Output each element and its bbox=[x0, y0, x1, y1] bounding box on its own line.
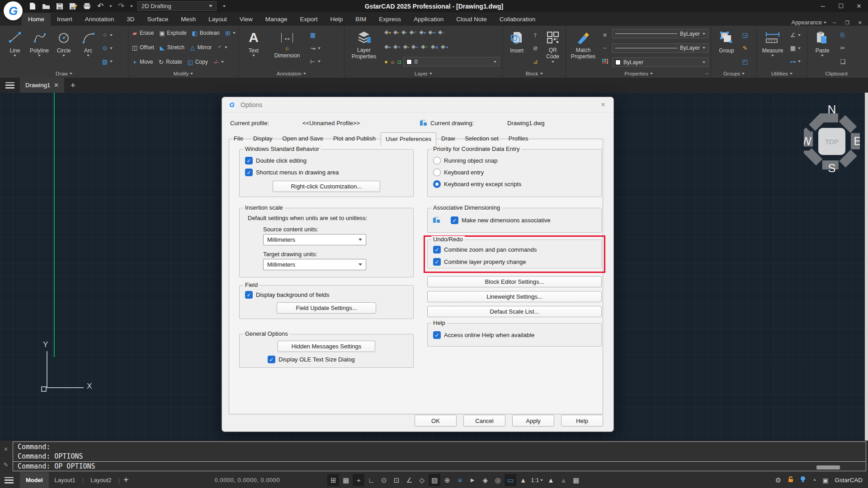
layer-lock-icon[interactable]: ◈▪ bbox=[403, 43, 409, 50]
layer-properties-tool[interactable]: Layer Properties bbox=[347, 28, 381, 69]
layers-state-icon[interactable]: ◈ bbox=[479, 474, 491, 486]
command-history[interactable]: Command: Command: OPTIONS Command: OP OP… bbox=[13, 441, 866, 471]
ribbon-tab-cloud-note[interactable]: Cloud Note bbox=[450, 13, 493, 26]
polyline-chevron-icon[interactable] bbox=[38, 55, 41, 56]
layout1-tab[interactable]: Layout1 bbox=[49, 472, 81, 488]
layer-freeze-icon[interactable]: ◈✳ bbox=[393, 43, 401, 50]
performance-icon[interactable]: ◔ bbox=[812, 476, 816, 484]
cell-table-icon[interactable]: ▦ bbox=[570, 474, 582, 486]
ribbon-tab-3d[interactable]: 3D bbox=[120, 13, 141, 26]
snap-tracking-icon[interactable]: ⊕ bbox=[441, 474, 453, 486]
line-chevron-icon[interactable] bbox=[14, 55, 16, 56]
leader-button[interactable]: ↝ bbox=[309, 44, 321, 53]
save-icon[interactable] bbox=[55, 2, 64, 10]
doc-restore-icon[interactable]: ❐ bbox=[843, 20, 852, 26]
panel-foot-utilities[interactable]: Utilities bbox=[757, 69, 807, 78]
close-button[interactable]: ✕ bbox=[850, 0, 868, 12]
annotation-auto-add-icon[interactable]: ▲ bbox=[557, 474, 569, 486]
ribbon-tab-home[interactable]: Home bbox=[22, 13, 51, 26]
layer-unlock-icon[interactable]: ◈▪ bbox=[401, 28, 407, 35]
ortho-icon[interactable]: ∟ bbox=[365, 474, 377, 486]
panel-foot-block[interactable]: Block bbox=[503, 69, 566, 78]
doc-minimize-icon[interactable]: ─ bbox=[830, 20, 839, 25]
maximize-button[interactable]: ☐ bbox=[832, 0, 850, 12]
circle-chevron-icon[interactable] bbox=[62, 55, 65, 56]
options-dialog-titlebar[interactable]: G Options × bbox=[222, 97, 613, 113]
table-button[interactable]: ▦ bbox=[309, 31, 321, 40]
doc-close-icon[interactable]: ✕ bbox=[855, 20, 864, 26]
print-icon[interactable] bbox=[82, 2, 91, 10]
text-chevron-icon[interactable] bbox=[252, 55, 255, 56]
options-tab-selection-set[interactable]: Selection set bbox=[460, 132, 503, 145]
layout2-tab[interactable]: Layout2 bbox=[85, 472, 117, 488]
move-tool[interactable]: +Move bbox=[131, 57, 153, 66]
annotation-scale-icon[interactable]: ▲ bbox=[517, 474, 529, 486]
linetype-list-icon[interactable]: ┄ bbox=[601, 44, 609, 53]
angle-measure-icon[interactable]: ∠ bbox=[789, 31, 801, 40]
point-tools-button[interactable]: ⁘ bbox=[101, 31, 113, 40]
layer-off-icon[interactable]: ◈● bbox=[384, 28, 391, 35]
save-as-icon[interactable] bbox=[69, 2, 78, 10]
fullscreen-icon[interactable]: ▣ bbox=[822, 477, 828, 484]
color-list-icon[interactable] bbox=[601, 57, 609, 66]
ribbon-tab-surface[interactable]: Surface bbox=[141, 13, 175, 26]
ribbon-tab-application[interactable]: Application bbox=[407, 13, 450, 26]
panel-foot-annotation[interactable]: Annotation bbox=[239, 69, 344, 78]
stretch-tool[interactable]: ◣Stretch bbox=[159, 43, 184, 52]
command-scrollbar-thumb[interactable] bbox=[816, 465, 840, 469]
measure-tool[interactable]: Measure bbox=[760, 28, 786, 69]
ribbon-tab-bim[interactable]: BIM bbox=[349, 13, 373, 26]
dim-linear-button[interactable]: ⊢ bbox=[309, 57, 321, 66]
erase-tool[interactable]: ▰Erase bbox=[131, 28, 154, 38]
center-tools-button[interactable]: ⊙ bbox=[101, 44, 113, 53]
point-id-icon[interactable]: ⊶ bbox=[789, 57, 801, 66]
checkbox-display-background-of-fields[interactable]: ✓ Display background of fields bbox=[245, 291, 408, 299]
annotation-visibility-icon[interactable]: ▲ bbox=[545, 474, 557, 486]
hidden-messages-settings-button[interactable]: Hidden Messages Settings bbox=[278, 341, 375, 352]
snap-grid-icon[interactable]: ⊞ bbox=[327, 474, 339, 486]
redo-dropdown-icon[interactable] bbox=[130, 5, 133, 7]
options-tab-draw[interactable]: Draw bbox=[436, 132, 460, 145]
options-tab-display[interactable]: Display bbox=[248, 132, 278, 145]
dynamic-input-icon[interactable]: ⊡ bbox=[391, 474, 402, 486]
paste-chevron-icon[interactable] bbox=[821, 55, 824, 56]
dimension-tool[interactable]: ↔ ☼ Dimension bbox=[270, 28, 304, 69]
cut-icon[interactable]: ✂ bbox=[839, 44, 846, 53]
undo-dropdown-icon[interactable] bbox=[109, 5, 112, 7]
angle-icon[interactable]: ∠ bbox=[403, 474, 415, 486]
radio-running-object-snap[interactable]: Running object snap bbox=[433, 157, 596, 164]
measure-chevron-icon[interactable] bbox=[771, 55, 774, 56]
layer-copy-icon[interactable]: ◈➔ bbox=[428, 28, 436, 35]
snap-mode-icon[interactable]: + bbox=[353, 474, 364, 486]
clean-screen-monitor-icon[interactable]: ▭ bbox=[505, 474, 516, 486]
appearance-menu[interactable]: Appearance bbox=[792, 19, 826, 26]
annotation-scale-value[interactable]: 1:1 bbox=[531, 477, 543, 483]
qr-code-tool[interactable]: QR Code bbox=[542, 28, 563, 69]
checkbox-access-online-help[interactable]: ✓ Access online Help when available bbox=[433, 331, 596, 339]
block-define-icon[interactable]: ⊿ bbox=[532, 57, 539, 66]
mirror-tool[interactable]: △Mirror bbox=[189, 43, 212, 52]
layer-merge-icon[interactable]: ◈◍ bbox=[431, 43, 439, 50]
properties-dialog-launcher-icon[interactable]: ⌐ bbox=[706, 71, 708, 76]
panel-foot-modify[interactable]: Modify bbox=[128, 69, 238, 78]
block-editor-settings-button[interactable]: Block Editor Settings... bbox=[427, 276, 602, 287]
object-snap-icon[interactable]: ◇ bbox=[416, 474, 428, 486]
ribbon-tab-annotation[interactable]: Annotation bbox=[79, 13, 121, 26]
undo-icon[interactable]: ↶ bbox=[96, 2, 105, 10]
layer-select-dropdown[interactable]: 0 bbox=[403, 57, 500, 66]
text-tool[interactable]: A Text bbox=[241, 28, 266, 69]
arc-chevron-icon[interactable] bbox=[87, 55, 90, 56]
view-compass[interactable]: TOP N S W E bbox=[804, 105, 860, 173]
line-tool[interactable]: Line bbox=[3, 28, 27, 69]
target-units-dropdown[interactable]: Millimeters bbox=[263, 259, 366, 270]
ribbon-tab-manage[interactable]: Manage bbox=[259, 13, 294, 26]
grid-icon[interactable]: ▦ bbox=[340, 474, 352, 486]
panel-foot-groups[interactable]: Groups bbox=[712, 69, 756, 78]
group-edit-icon[interactable]: ✎ bbox=[741, 44, 749, 53]
layer-on-icon[interactable]: ◈● bbox=[384, 43, 391, 50]
help-button[interactable]: Help bbox=[561, 415, 603, 427]
apply-button[interactable]: Apply bbox=[512, 415, 554, 427]
qr-chevron-icon[interactable] bbox=[552, 61, 554, 63]
options-dialog-close-icon[interactable]: × bbox=[598, 100, 608, 109]
field-update-settings-button[interactable]: Field Update Settings... bbox=[277, 302, 376, 314]
